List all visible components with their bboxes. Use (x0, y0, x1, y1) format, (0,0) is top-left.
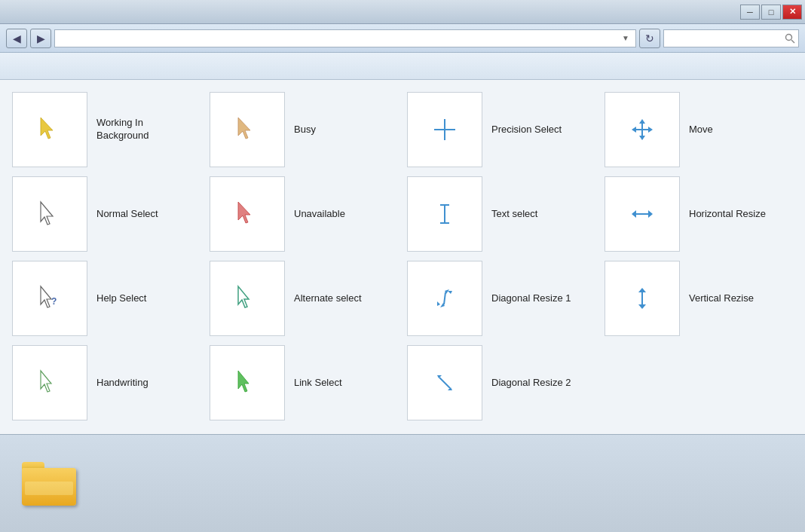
content-scroll[interactable]: Working InBackground Busy (0, 80, 805, 434)
cursor-preview-vresize (605, 261, 680, 336)
forward-button[interactable]: ▶ (30, 29, 51, 48)
svg-point-0 (786, 34, 792, 40)
vertical-resize-icon (627, 283, 657, 313)
cursor-label-link: Link Select (294, 377, 342, 390)
svg-marker-2 (41, 118, 53, 139)
svg-marker-22 (238, 286, 249, 307)
search-bar[interactable] (663, 29, 799, 47)
list-item: Unavailable (207, 173, 401, 255)
svg-marker-20 (41, 286, 51, 307)
content-area: Working InBackground Busy (0, 80, 805, 434)
help-select-icon: ? (35, 283, 65, 313)
address-dropdown-button[interactable]: ▼ (619, 30, 632, 47)
cursor-label-hresize: Horizontal Resize (689, 208, 766, 221)
cursor-grid: Working InBackground Busy (9, 89, 796, 423)
svg-marker-26 (448, 291, 452, 294)
main-area: Working InBackground Busy (0, 80, 805, 434)
cursor-label-alternate: Alternate select (294, 292, 362, 305)
working-in-background-icon (35, 115, 65, 145)
cursor-preview-precision (407, 92, 482, 167)
svg-marker-12 (41, 202, 53, 225)
list-item: Move (601, 89, 796, 170)
cursor-preview-handwriting (12, 345, 87, 420)
cursor-label-help: Help Select (96, 292, 146, 305)
list-item: Handwriting (9, 342, 204, 423)
cursor-label-text: Text select (491, 208, 537, 221)
svg-marker-32 (238, 371, 249, 392)
text-select-icon (430, 199, 460, 229)
cursor-preview-working (12, 92, 87, 167)
toolbar (0, 53, 805, 80)
minimize-button[interactable]: ─ (740, 5, 760, 20)
list-item: Horizontal Resize (601, 173, 796, 255)
cursor-label-diag2: Diagonal Resize 2 (491, 377, 571, 390)
unavailable-icon (232, 199, 262, 229)
cursor-preview-move (605, 92, 680, 167)
refresh-button[interactable]: ↻ (639, 29, 660, 48)
cursor-preview-unavailable (210, 176, 285, 252)
cursor-label-diag1: Diagonal Resize 1 (491, 292, 571, 305)
search-icon (785, 33, 795, 44)
cursor-preview-diag2 (407, 345, 482, 420)
list-item: Alternate select (207, 258, 401, 339)
cursor-preview-text (407, 176, 482, 252)
list-item: ? Help Select (9, 258, 204, 339)
cursor-preview-hresize (605, 176, 680, 252)
cursor-preview-alternate (210, 261, 285, 336)
cursor-preview-help: ? (12, 261, 87, 336)
svg-text:?: ? (51, 296, 57, 307)
list-item: Precision Select (404, 89, 598, 170)
diagonal-resize-2-icon (430, 368, 460, 398)
cursor-label-unavailable: Unavailable (294, 208, 345, 221)
list-item: Working InBackground (9, 89, 204, 170)
precision-select-icon (430, 115, 460, 145)
title-bar-buttons: ─ □ ✕ (740, 5, 802, 20)
cursor-label-handwriting: Handwriting (96, 377, 148, 390)
list-item: Normal Select (9, 173, 204, 255)
diagonal-resize-1-icon (430, 283, 460, 313)
cursor-label-working: Working InBackground (96, 117, 148, 142)
cursor-label-normal: Normal Select (96, 208, 158, 221)
search-input[interactable] (667, 33, 785, 44)
svg-line-35 (439, 378, 450, 388)
folder-icon (22, 462, 76, 506)
link-select-icon (232, 368, 262, 398)
svg-line-1 (791, 40, 794, 43)
list-item: Text select (404, 173, 598, 255)
svg-marker-3 (238, 118, 250, 139)
svg-marker-27 (437, 301, 440, 306)
list-item: Diagonal Resize 2 (404, 342, 598, 423)
folder-body (22, 468, 76, 506)
busy-icon (232, 115, 262, 145)
normal-select-icon (35, 199, 65, 229)
svg-marker-13 (238, 202, 250, 223)
list-item: Diagonal Resize 1 (404, 258, 598, 339)
folder-icon-container (15, 446, 83, 521)
address-bar[interactable]: ▼ (54, 29, 636, 47)
address-input[interactable] (58, 33, 619, 44)
cursor-label-busy: Busy (294, 124, 316, 136)
list-item: Busy (207, 89, 401, 170)
cursor-preview-link (210, 345, 285, 420)
cursor-label-vresize: Vertical Rezise (689, 292, 754, 305)
list-item: Link Select (207, 342, 401, 423)
horizontal-resize-icon (627, 199, 657, 229)
title-bar: ─ □ ✕ (0, 0, 805, 24)
svg-line-25 (444, 292, 445, 304)
cursor-preview-diag1 (407, 261, 482, 336)
cursor-label-precision: Precision Select (491, 124, 562, 136)
cursor-preview-normal (12, 176, 87, 252)
maximize-button[interactable]: □ (761, 5, 781, 20)
back-button[interactable]: ◀ (6, 29, 27, 48)
nav-bar: ◀ ▶ ▼ ↻ (0, 24, 805, 53)
svg-marker-31 (41, 371, 51, 392)
handwriting-icon (35, 368, 65, 398)
folder-shine (25, 482, 73, 495)
alternate-select-icon (232, 283, 262, 313)
move-icon (627, 115, 657, 145)
bottom-panel (0, 434, 805, 532)
cursor-preview-busy (210, 92, 285, 167)
list-item: Vertical Rezise (601, 258, 796, 339)
cursor-label-move: Move (689, 124, 713, 136)
close-button[interactable]: ✕ (782, 5, 802, 20)
